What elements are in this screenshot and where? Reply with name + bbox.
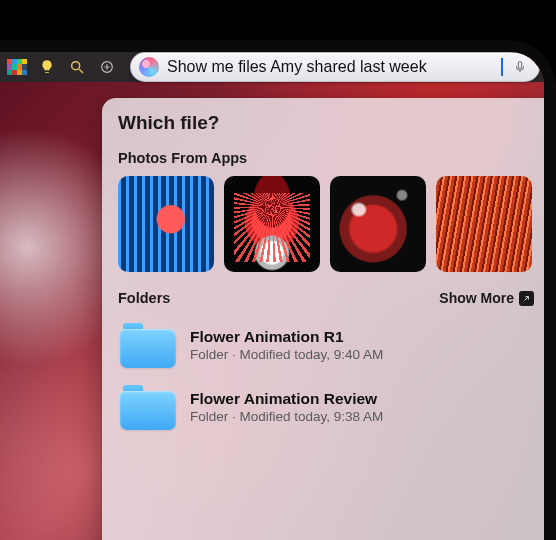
folder-row[interactable]: Flower Animation R1 Folder · Modified to…	[118, 314, 534, 376]
magnifier-icon[interactable]	[66, 56, 88, 78]
assistant-prompt: Which file?	[118, 112, 534, 134]
photos-row	[118, 176, 534, 272]
menu-bar	[0, 52, 544, 82]
svg-rect-3	[518, 62, 522, 68]
folder-name: Flower Animation Review	[190, 390, 383, 408]
text-caret	[501, 58, 503, 76]
color-grid-icon[interactable]	[6, 56, 28, 78]
folder-icon	[120, 322, 176, 368]
photo-thumb-4[interactable]	[436, 176, 532, 272]
lightbulb-icon[interactable]	[36, 56, 58, 78]
open-external-icon	[519, 291, 534, 306]
svg-line-1	[79, 69, 83, 73]
section-title-photos: Photos From Apps	[118, 150, 534, 166]
svg-point-0	[72, 62, 80, 70]
show-more-button[interactable]: Show More	[439, 290, 534, 306]
spotlight-search-input[interactable]	[167, 58, 499, 76]
photo-thumb-1[interactable]	[118, 176, 214, 272]
laptop-bezel: Which file? Photos From Apps Folders Sho…	[0, 40, 556, 540]
mic-icon[interactable]	[511, 58, 529, 76]
spotlight-results-panel: Which file? Photos From Apps Folders Sho…	[102, 98, 544, 540]
photo-thumb-3[interactable]	[330, 176, 426, 272]
spotlight-search-bar[interactable]	[130, 52, 540, 82]
show-more-label: Show More	[439, 290, 514, 306]
folder-row[interactable]: Flower Animation Review Folder · Modifie…	[118, 376, 534, 438]
siri-icon[interactable]	[139, 57, 159, 77]
laptop-screen: Which file? Photos From Apps Folders Sho…	[0, 52, 544, 540]
folder-detail: Folder · Modified today, 9:38 AM	[190, 409, 383, 424]
section-title-folders: Folders	[118, 290, 170, 306]
app-icon[interactable]	[96, 56, 118, 78]
folder-name: Flower Animation R1	[190, 328, 383, 346]
photo-thumb-2[interactable]	[224, 176, 320, 272]
folder-detail: Folder · Modified today, 9:40 AM	[190, 347, 383, 362]
folder-icon	[120, 384, 176, 430]
